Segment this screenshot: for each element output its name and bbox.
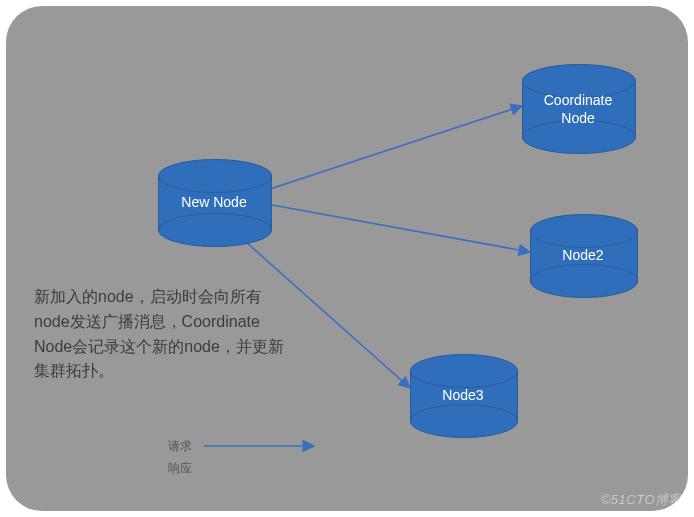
legend-row-response: 响应 xyxy=(158,457,322,479)
node-label: CoordinateNode xyxy=(522,92,634,127)
legend-label-request: 请求 xyxy=(158,438,192,455)
description-text: 新加入的node，启动时会向所有node发送广播消息，Coordinate No… xyxy=(34,285,289,384)
diagram-stage: CoordinateNode New Node Node2 Node3 新加入的… xyxy=(0,0,694,517)
legend-line-request xyxy=(202,439,322,453)
legend-row-request: 请求 xyxy=(158,435,322,457)
node-label: Node3 xyxy=(410,387,516,405)
node-coordinate: CoordinateNode xyxy=(522,80,634,138)
node-label: New Node xyxy=(158,194,270,212)
node-new: New Node xyxy=(158,175,270,231)
legend-label-response: 响应 xyxy=(158,460,192,477)
node-label: Node2 xyxy=(530,247,636,265)
legend-line-response xyxy=(202,461,322,475)
node-3: Node3 xyxy=(410,370,516,422)
node-2: Node2 xyxy=(530,230,636,282)
watermark: ©51CTO博客 xyxy=(601,491,682,509)
legend: 请求 响应 xyxy=(158,435,322,479)
